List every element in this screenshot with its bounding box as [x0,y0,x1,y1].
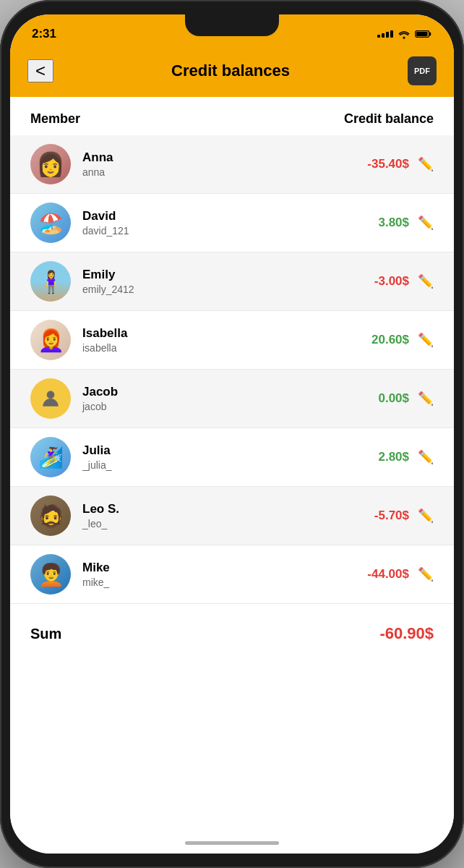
col-member-header: Member [30,111,80,127]
member-row-jacob: Jacob jacob 0.00$ ✏️ [10,370,454,428]
member-info-leo: Leo S. _leo_ [71,501,351,530]
member-info-emily: Emily emily_2412 [71,267,351,296]
avatar-mike [30,554,71,595]
edit-button-isabella[interactable]: ✏️ [418,332,434,348]
status-time: 2:31 [32,27,56,41]
sum-row: Sum -60.90$ [10,604,454,658]
member-info-isabella: Isabella isabella [71,326,351,354]
col-balance-header: Credit balance [344,111,434,127]
svg-point-3 [47,391,55,399]
member-name-jacob: Jacob [82,384,351,400]
edit-button-julia[interactable]: ✏️ [418,449,434,465]
avatar-anna [30,144,71,184]
balance-amount-david: 3.80$ [351,216,409,230]
table-header: Member Credit balance [10,97,454,135]
member-info-julia: Julia _julia_ [71,443,351,472]
member-name-anna: Anna [82,150,351,166]
balance-amount-emily: -3.00$ [351,274,409,289]
edit-button-david[interactable]: ✏️ [418,215,434,231]
avatar-isabella [30,320,71,360]
home-indicator [185,841,279,845]
balance-section-leo: -5.70$ ✏️ [351,508,434,524]
member-username-jacob: jacob [82,400,351,413]
member-info-jacob: Jacob jacob [71,384,351,413]
edit-button-emily[interactable]: ✏️ [418,273,434,289]
balance-section-emily: -3.00$ ✏️ [351,273,434,289]
member-info-mike: Mike mike_ [71,560,351,589]
edit-button-leo[interactable]: ✏️ [418,508,434,524]
balance-amount-jacob: 0.00$ [351,391,409,406]
signal-icon [377,30,393,38]
member-name-isabella: Isabella [82,326,351,341]
avatar-julia [30,437,71,477]
back-button[interactable]: < [27,59,53,82]
content-area: Member Credit balance Anna anna -35.40$ … [10,97,454,854]
app-header: < Credit balances PDF [10,49,454,97]
member-row-anna: Anna anna -35.40$ ✏️ [10,135,454,194]
balance-amount-mike: -44.00$ [351,567,409,582]
avatar-david [30,203,71,243]
member-row-leo: Leo S. _leo_ -5.70$ ✏️ [10,487,454,545]
status-icons [377,29,432,39]
member-username-emily: emily_2412 [82,283,351,296]
edit-button-mike[interactable]: ✏️ [418,566,434,582]
balance-section-david: 3.80$ ✏️ [351,215,434,231]
member-info-anna: Anna anna [71,150,351,179]
svg-rect-2 [416,32,427,36]
member-username-david: david_121 [82,224,351,237]
member-name-emily: Emily [82,267,351,283]
edit-button-jacob[interactable]: ✏️ [418,391,434,407]
member-username-mike: mike_ [82,576,351,589]
phone-screen: 2:31 [10,14,454,854]
svg-rect-1 [429,33,431,35]
balance-amount-julia: 2.80$ [351,450,409,464]
member-name-david: David [82,208,351,224]
member-username-anna: anna [82,166,351,179]
member-name-leo: Leo S. [82,501,351,517]
member-username-isabella: isabella [82,341,351,354]
wifi-icon [398,29,411,39]
sum-label: Sum [30,626,61,642]
member-row-david: David david_121 3.80$ ✏️ [10,194,454,252]
balance-section-julia: 2.80$ ✏️ [351,449,434,465]
pdf-button[interactable]: PDF [408,56,437,85]
member-username-leo: _leo_ [82,517,351,530]
member-row-julia: Julia _julia_ 2.80$ ✏️ [10,428,454,487]
pdf-label: PDF [414,67,430,75]
member-username-julia: _julia_ [82,459,351,472]
member-name-julia: Julia [82,443,351,459]
notch [185,14,279,36]
avatar-jacob [30,378,71,419]
balance-section-mike: -44.00$ ✏️ [351,566,434,582]
balance-section-jacob: 0.00$ ✏️ [351,391,434,407]
avatar-leo [30,495,71,536]
member-row-emily: Emily emily_2412 -3.00$ ✏️ [10,252,454,311]
battery-icon [415,29,432,39]
page-title: Credit balances [53,61,408,80]
balance-amount-leo: -5.70$ [351,509,409,523]
member-row-isabella: Isabella isabella 20.60$ ✏️ [10,311,454,370]
member-row-mike: Mike mike_ -44.00$ ✏️ [10,545,454,604]
phone-frame: 2:31 [0,0,464,868]
member-name-mike: Mike [82,560,351,576]
balance-section-isabella: 20.60$ ✏️ [351,332,434,348]
balance-amount-anna: -35.40$ [351,157,409,171]
member-info-david: David david_121 [71,208,351,237]
balance-amount-isabella: 20.60$ [351,333,409,347]
members-list: Anna anna -35.40$ ✏️ David david_121 3.8… [10,135,454,604]
edit-button-anna[interactable]: ✏️ [418,156,434,172]
avatar-emily [30,261,71,302]
sum-amount: -60.90$ [379,624,434,643]
balance-section-anna: -35.40$ ✏️ [351,156,434,172]
